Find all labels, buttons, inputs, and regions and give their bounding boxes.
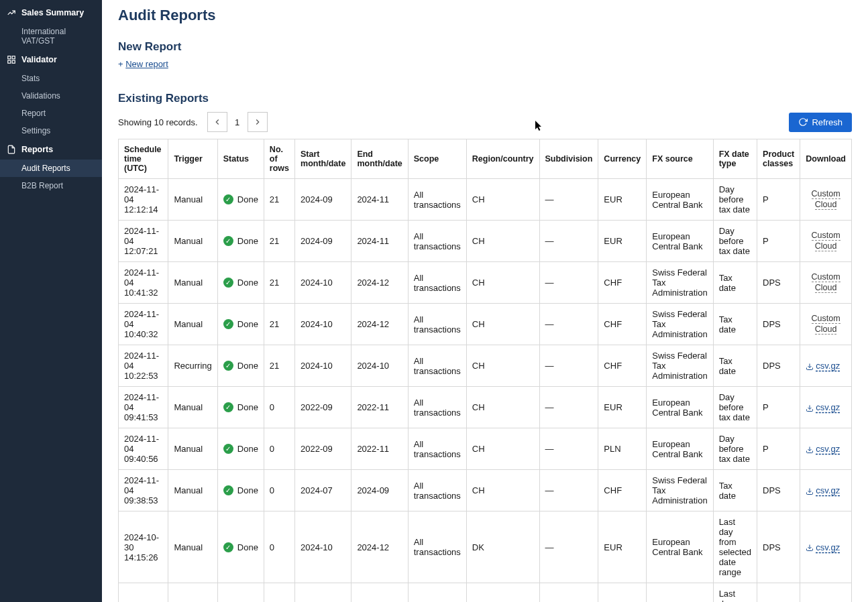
download-link[interactable]: csv.gz	[816, 542, 840, 552]
cell-fx_source: European Central Bank	[647, 221, 713, 262]
cell-product: DPS	[757, 345, 800, 387]
cell-schedule: 2024-11-04 10:40:32	[119, 304, 168, 345]
new-report-link[interactable]: New report	[125, 59, 168, 69]
pager-current-page: 1	[227, 112, 248, 132]
cell-trigger: Manual	[168, 304, 217, 345]
cell-end: 2024-12	[351, 304, 408, 345]
cell-currency: CHF	[598, 262, 647, 304]
cell-currency: PLN	[598, 428, 647, 470]
sidebar-item[interactable]: Audit Reports	[0, 160, 102, 177]
cell-trigger: Manual	[168, 387, 217, 428]
status-text: Done	[237, 444, 258, 454]
download-link[interactable]: csv.gz	[816, 361, 840, 371]
cell-region: CH	[466, 345, 539, 387]
cell-end: 2022-11	[351, 428, 408, 470]
th-currency: Currency	[598, 139, 647, 179]
cell-status: ✓Done	[217, 221, 264, 262]
download-icon	[806, 363, 814, 371]
cell-schedule: 2024-11-04 09:38:53	[119, 470, 168, 511]
cell-status: ✓Done	[217, 179, 264, 221]
cell-fx_date_type: Tax date	[713, 304, 757, 345]
cell-schedule: 2024-11-04 12:12:14	[119, 179, 168, 221]
grid-icon	[7, 55, 16, 64]
download-csv: csv.gz	[806, 402, 846, 412]
cell-fx_date_type: Tax date	[713, 262, 757, 304]
cell-currency: EUR	[598, 387, 647, 428]
table-row: 2024-11-04 12:07:21Manual✓Done212024-092…	[119, 221, 852, 262]
download-icon	[806, 446, 814, 454]
th-schedule: Schedule time (UTC)	[119, 139, 168, 179]
cell-download: CustomCloud	[800, 221, 852, 262]
sidebar-item[interactable]: Validations	[0, 87, 102, 105]
sidebar-item[interactable]: Stats	[0, 70, 102, 87]
download-custom[interactable]: CustomCloud	[806, 272, 846, 293]
refresh-button[interactable]: Refresh	[789, 113, 852, 132]
cell-end: 2024-11	[351, 179, 408, 221]
status-badge: ✓Done	[223, 236, 258, 246]
table-row: 2024-11-04 12:12:14Manual✓Done212024-092…	[119, 179, 852, 221]
main-content: Audit Reports New Report + New report Ex…	[102, 0, 868, 602]
download-icon	[806, 487, 814, 495]
cell-rows: 21	[264, 262, 294, 304]
status-badge: ✓Done	[223, 319, 258, 329]
cell-trigger: Recurring	[168, 583, 217, 603]
cell-fx_source: Swiss Federal Tax Administration	[647, 470, 713, 511]
cell-schedule: 2024-11-04 12:07:21	[119, 221, 168, 262]
download-link[interactable]: csv.gz	[816, 485, 840, 495]
new-report-link-wrap: + New report	[118, 59, 852, 69]
sidebar-item[interactable]: Report	[0, 105, 102, 122]
download-icon	[806, 404, 814, 412]
table-row: 2024-11-04 09:41:53Manual✓Done02022-0920…	[119, 387, 852, 428]
status-text: Done	[237, 236, 258, 246]
sidebar-item[interactable]: International VAT/GST	[0, 23, 102, 50]
status-badge: ✓Done	[223, 485, 258, 495]
cell-fx_source: Swiss Federal Tax Administration	[647, 345, 713, 387]
cell-product: DPS	[757, 583, 800, 603]
check-circle-icon: ✓	[223, 485, 233, 495]
cell-start: 2024-10	[295, 345, 351, 387]
cell-subdivision: —	[539, 345, 598, 387]
check-circle-icon: ✓	[223, 402, 233, 412]
cell-status: ✓Done	[217, 470, 264, 511]
cell-trigger: Manual	[168, 221, 217, 262]
cell-start: 2024-09	[295, 221, 351, 262]
cell-region: CH	[466, 428, 539, 470]
sidebar-section-header[interactable]: Sales Summary	[0, 3, 102, 23]
cell-start: 2024-10	[295, 262, 351, 304]
chevron-right-icon	[253, 117, 262, 127]
download-link[interactable]: csv.gz	[816, 444, 840, 454]
sidebar-section-header[interactable]: Validator	[0, 50, 102, 70]
pager-prev-button[interactable]	[207, 112, 227, 132]
sidebar-section-header[interactable]: Reports	[0, 139, 102, 160]
status-text: Done	[237, 361, 258, 371]
th-status: Status	[217, 139, 264, 179]
cell-download: CustomCloud	[800, 179, 852, 221]
chart-line-icon	[7, 8, 16, 17]
sidebar-item[interactable]: B2B Report	[0, 177, 102, 194]
section-existing-title: Existing Reports	[118, 92, 852, 105]
pager-next-button[interactable]	[248, 112, 268, 132]
cell-status: ✓Done	[217, 387, 264, 428]
check-circle-icon: ✓	[223, 361, 233, 371]
cell-start: 2022-09	[295, 387, 351, 428]
cell-fx_date_type: Tax date	[713, 470, 757, 511]
download-csv: csv.gz	[806, 444, 846, 454]
cell-rows: 0	[264, 583, 294, 603]
svg-rect-3	[12, 60, 15, 63]
status-badge: ✓Done	[223, 402, 258, 412]
records-count-label: Showing 10 records.	[118, 117, 198, 127]
cell-fx_source: European Central Bank	[647, 179, 713, 221]
cell-currency: EUR	[598, 221, 647, 262]
cell-fx_source: Swiss Federal Tax Administration	[647, 304, 713, 345]
sidebar-section-label: Reports	[21, 145, 53, 154]
download-custom[interactable]: CustomCloud	[806, 189, 846, 210]
cell-download: csv.gz	[800, 387, 852, 428]
cell-fx_source: European Central Bank	[647, 387, 713, 428]
download-link[interactable]: csv.gz	[816, 402, 840, 412]
cell-currency: CHF	[598, 304, 647, 345]
download-custom[interactable]: CustomCloud	[806, 231, 846, 251]
download-custom[interactable]: CustomCloud	[806, 314, 846, 335]
sidebar-item[interactable]: Settings	[0, 122, 102, 139]
cell-schedule: 2024-11-04 10:22:53	[119, 345, 168, 387]
cell-trigger: Manual	[168, 511, 217, 583]
